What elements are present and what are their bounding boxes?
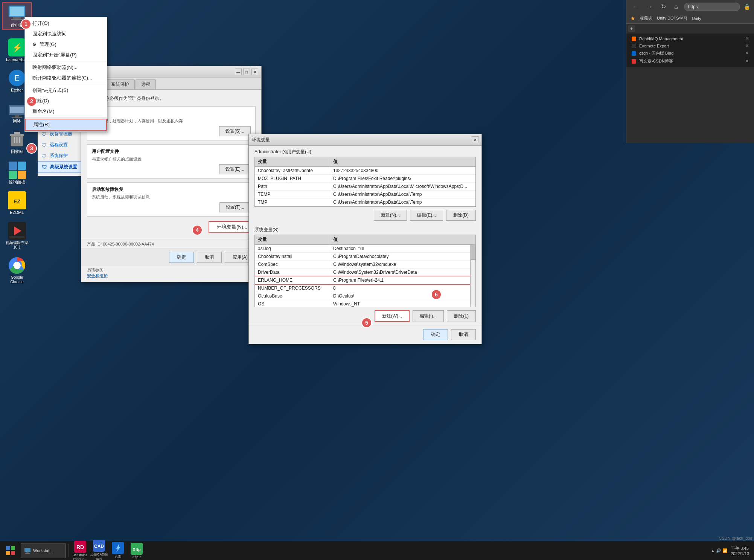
context-menu-item-disconnect[interactable]: 断开网络驱动器的连接(C)... bbox=[25, 73, 107, 83]
sys-var-val-3: C:\Windows\system32\cmd.exe bbox=[330, 261, 475, 268]
taskbar-jetbrains[interactable]: RD JetBrainsRider 2... bbox=[72, 542, 89, 559]
context-menu-item-map-drive[interactable]: 映射网络驱动器(N)... bbox=[25, 62, 107, 73]
tab-evernote[interactable]: Evernote Export ✕ bbox=[629, 42, 751, 49]
context-menu-item-rename[interactable]: 重命名(M) bbox=[25, 106, 107, 117]
sys-var-name-erlang: ERLANG_HOME bbox=[255, 276, 330, 284]
user-delete-button[interactable]: 删除(D) bbox=[446, 210, 476, 221]
user-var-row-3[interactable]: Path C:\Users\Administrator\AppData\Loca… bbox=[255, 183, 475, 191]
sys-vars-scrollbar[interactable] bbox=[470, 245, 475, 307]
forward-button[interactable]: → bbox=[644, 3, 655, 11]
desktop-icon-chrome[interactable]: GoogleChrome bbox=[2, 255, 32, 286]
tab-csdn-bing[interactable]: csdn - 国内版 Bing ✕ bbox=[629, 49, 751, 57]
user-vars-body: ChocolateyLastPathUpdate 132724332540334… bbox=[255, 167, 475, 206]
env-close-button[interactable]: ✕ bbox=[472, 136, 478, 143]
url-bar[interactable]: https: bbox=[684, 3, 740, 11]
refresh-button[interactable]: ↻ bbox=[659, 2, 668, 11]
disconnect-label: 断开网络驱动器的连接(C)... bbox=[32, 75, 92, 81]
startup-settings-button[interactable]: 设置(T)... bbox=[219, 202, 251, 212]
sys-var-row-erlang[interactable]: ERLANG_HOME C:\Program Files\erl-24.1 bbox=[255, 276, 475, 284]
user-var-row-2[interactable]: MOZ_PLUGIN_PATH D:\Program Files\Foxit R… bbox=[255, 175, 475, 183]
running-workstation[interactable]: Workstati... bbox=[21, 543, 66, 558]
sys-delete-button[interactable]: 删除(L) bbox=[447, 310, 476, 322]
sys-var-row-5[interactable]: NUMBER_OF_PROCESSORS 8 bbox=[255, 284, 475, 292]
tab-rabbitmq-close[interactable]: ✕ bbox=[745, 36, 749, 41]
browser-titlebar: ← → ↻ ⌂ https: 🔒 bbox=[626, 0, 754, 13]
tab-csdn-blog[interactable]: 写文章-CSDN博客 ✕ bbox=[629, 57, 751, 65]
user-var-row-4[interactable]: TEMP C:\Users\Administrator\AppData\Loca… bbox=[255, 191, 475, 198]
perf-section: 性能 视觉效果，处理器计划，内存使用，以及虚拟内存 设置(S)... bbox=[87, 106, 256, 140]
also-see-link[interactable]: 安全和维护 bbox=[87, 273, 256, 279]
tab-csdn-blog-close[interactable]: ✕ bbox=[745, 59, 749, 64]
window-info-text: 要更改，你必须作为管理员身份登录。 bbox=[87, 95, 256, 102]
sys-var-val-2: C:\ProgramData\chocolatey bbox=[330, 253, 475, 260]
desktop-icon-video-editor[interactable]: 视频编辑专家10.1 bbox=[2, 220, 32, 251]
bookmark-favorites[interactable]: 收藏夹 bbox=[640, 15, 652, 21]
sys-var-row-2[interactable]: ChocolateyInstall C:\ProgramData\chocola… bbox=[255, 253, 475, 261]
balena-icon: ⚡ bbox=[8, 38, 26, 56]
sys-edit-button[interactable]: 编辑(I)... bbox=[413, 310, 444, 322]
tab-csdn-bing-close[interactable]: ✕ bbox=[745, 51, 749, 56]
maximize-button[interactable]: □ bbox=[243, 69, 250, 75]
new-tab-button[interactable]: + bbox=[628, 25, 635, 32]
context-menu-item-delete[interactable]: 删除(D) bbox=[25, 96, 107, 106]
user-var-name-1: ChocolateyLastPathUpdate bbox=[255, 167, 330, 174]
bookmark-icon: ★ bbox=[630, 15, 635, 22]
sys-var-row-7[interactable]: OS Windows_NT bbox=[255, 300, 475, 307]
scrollbar-thumb[interactable] bbox=[471, 245, 475, 260]
system-tray: ▲ 🔊 📶 下午 3:45 2022/1/13 bbox=[711, 546, 752, 556]
bookmark-unity-dots[interactable]: Unity DOTS学习 bbox=[657, 15, 687, 21]
sys-var-row-4[interactable]: DriverData C:\Windows\System32\Drivers\D… bbox=[255, 269, 475, 276]
context-menu-item-manage[interactable]: ⚙ 管理(G) bbox=[25, 39, 107, 50]
env-cancel-button[interactable]: 取消 bbox=[451, 329, 476, 340]
taskbar-cad[interactable]: CAD 迅捷CAD编辑器 bbox=[90, 542, 108, 559]
perf-settings-button[interactable]: 设置(S)... bbox=[219, 126, 251, 136]
user-edit-button[interactable]: 编辑(E)... bbox=[410, 210, 443, 221]
close-button[interactable]: ✕ bbox=[251, 69, 258, 75]
context-menu-separator-2 bbox=[25, 84, 107, 84]
ok-button[interactable]: 确定 bbox=[169, 252, 194, 263]
tab-evernote-close[interactable]: ✕ bbox=[745, 43, 749, 48]
taskbar-thunder[interactable]: 迅雷 bbox=[109, 542, 126, 559]
context-menu-item-properties[interactable]: 属性(R) bbox=[25, 119, 107, 131]
map-drive-label: 映射网络驱动器(N)... bbox=[32, 64, 78, 71]
user-vars-table: 变量 值 ChocolateyLastPathUpdate 1327243325… bbox=[254, 157, 476, 207]
sys-var-val-erlang: C:\Program Files\erl-24.1 bbox=[330, 276, 475, 284]
desktop-icon-ezdml[interactable]: EZ EZDML bbox=[2, 190, 32, 217]
sys-var-row-1[interactable]: asl.log Destination=file bbox=[255, 245, 475, 253]
tab-sys-protect[interactable]: 系统保护 bbox=[105, 79, 135, 89]
cancel-button[interactable]: 取消 bbox=[197, 252, 222, 263]
minimize-button[interactable]: — bbox=[235, 69, 242, 75]
clock: 下午 3:45 2022/1/13 bbox=[731, 546, 749, 556]
tab-remote[interactable]: 远程 bbox=[136, 79, 156, 89]
profile-title: 用户配置文件 bbox=[92, 148, 251, 155]
context-menu-item-open[interactable]: 打开(O) bbox=[25, 18, 107, 29]
start-button[interactable] bbox=[2, 542, 19, 559]
perf-title: 性能 bbox=[92, 110, 251, 117]
env-ok-button[interactable]: 确定 bbox=[423, 329, 448, 340]
user-vars-label: Administrator 的用户变量(U) bbox=[249, 146, 481, 157]
home-button[interactable]: ⌂ bbox=[672, 3, 680, 11]
desktop-icon-control-panel[interactable]: 控制面板 bbox=[2, 159, 32, 186]
pin-start-label: 固定到"开始"屏幕(P) bbox=[32, 52, 77, 58]
sys-vars-body: asl.log Destination=file ChocolateyInsta… bbox=[255, 245, 475, 307]
user-new-button[interactable]: 新建(N)... bbox=[374, 210, 407, 221]
context-menu-item-create-shortcut[interactable]: 创建快捷方式(S) bbox=[25, 85, 107, 96]
user-var-row-1[interactable]: ChocolateyLastPathUpdate 132724332540334… bbox=[255, 167, 475, 175]
svg-rect-15 bbox=[14, 137, 15, 143]
sys-var-row-6[interactable]: OculusBase D:\Oculus\ bbox=[255, 292, 475, 300]
taskbar-xftp[interactable]: Xftp Xftp 7 bbox=[128, 542, 145, 559]
sys-new-button[interactable]: 新建(W)... bbox=[375, 310, 410, 322]
sys-var-row-3[interactable]: ComSpec C:\Windows\system32\cmd.exe bbox=[255, 261, 475, 269]
context-menu-item-pin-quick[interactable]: 固定到快速访问 bbox=[25, 29, 107, 39]
rename-label: 重命名(M) bbox=[32, 108, 55, 115]
csdn-watermark: CSDN @jack_dos bbox=[719, 536, 752, 540]
annotation-5: 5 bbox=[361, 317, 372, 328]
chrome-icon bbox=[8, 256, 26, 275]
perf-desc: 视觉效果，处理器计划，内存使用，以及虚拟内存 bbox=[92, 118, 251, 124]
user-var-row-5[interactable]: TMP C:\Users\Administrator\AppData\Local… bbox=[255, 198, 475, 206]
back-button[interactable]: ← bbox=[630, 3, 641, 11]
profile-settings-button[interactable]: 设置(E)... bbox=[219, 164, 251, 174]
tab-rabbitmq[interactable]: RabbitMQ Management ✕ bbox=[629, 35, 751, 42]
bookmark-unity[interactable]: Unity bbox=[692, 16, 701, 21]
context-menu-item-pin-start[interactable]: 固定到"开始"屏幕(P) bbox=[25, 50, 107, 60]
